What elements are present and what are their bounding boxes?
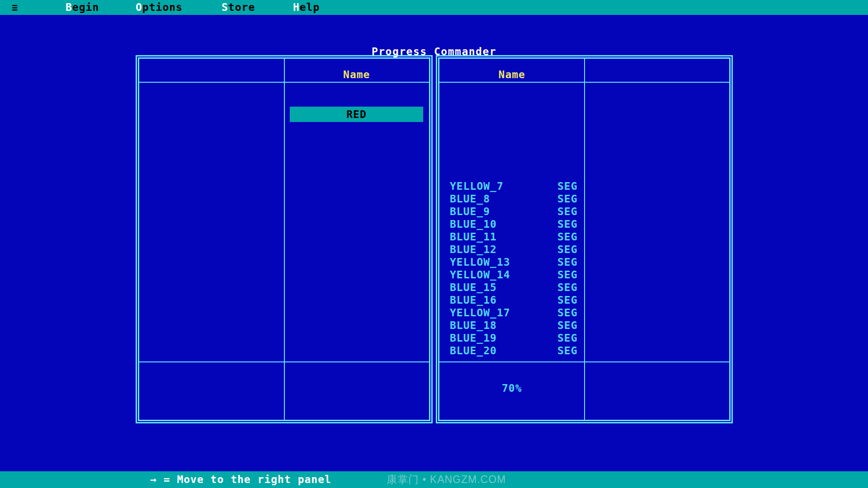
file-ext: SEG	[557, 180, 578, 192]
file-ext: SEG	[557, 268, 578, 281]
file-ext: SEG	[557, 306, 578, 319]
file-row[interactable]: BLUE_19SEG	[439, 332, 585, 344]
file-ext: SEG	[557, 281, 578, 294]
hamburger-menu-icon[interactable]: ≡	[12, 0, 18, 15]
file-row[interactable]: BLUE_12SEG	[439, 243, 585, 256]
file-name: BLUE_20	[450, 345, 497, 357]
file-name: YELLOW_14	[450, 269, 510, 281]
watermark: 康掌门 • KANGZM.COM	[387, 473, 506, 487]
file-ext: SEG	[557, 319, 578, 332]
file-ext: SEG	[557, 344, 578, 357]
menu-hotkey: B	[66, 1, 72, 13]
file-name: BLUE_11	[450, 231, 497, 243]
key-hint-move-right-panel: → = Move to the right panel	[150, 471, 331, 488]
menu-item-store[interactable]: Store	[222, 0, 255, 15]
file-name: BLUE_8	[450, 193, 490, 205]
file-ext: SEG	[557, 205, 578, 218]
file-row[interactable]: BLUE_16SEG	[439, 294, 585, 306]
menu-hotkey: S	[222, 1, 228, 13]
file-row[interactable]: BLUE_11SEG	[439, 230, 585, 243]
file-name: BLUE_19	[450, 332, 497, 344]
file-row[interactable]: BLUE_20SEG	[439, 344, 585, 357]
file-row[interactable]: BLUE_8SEG	[439, 192, 585, 205]
menu-item-begin[interactable]: Begin	[66, 0, 99, 15]
file-ext: SEG	[557, 332, 578, 344]
file-ext: SEG	[557, 218, 578, 230]
file-row[interactable]: BLUE_10SEG	[439, 218, 585, 230]
menu-label: elp	[300, 1, 320, 13]
file-name: YELLOW_13	[450, 256, 510, 268]
file-list: YELLOW_7SEG BLUE_8SEG BLUE_9SEG BLUE_10S…	[439, 180, 585, 357]
file-name: YELLOW_17	[450, 307, 510, 319]
left-panel-footer-line	[139, 361, 429, 362]
file-row[interactable]: BLUE_18SEG	[439, 319, 585, 332]
page-title: Progress Commander	[372, 46, 496, 57]
selected-file-red[interactable]: RED	[290, 107, 423, 122]
file-ext: SEG	[557, 256, 578, 268]
file-row[interactable]: YELLOW_14SEG	[439, 268, 585, 281]
menu-label: ptions	[142, 1, 183, 13]
right-panel-footer-line	[439, 361, 729, 362]
left-panel-name-header: Name	[284, 69, 429, 80]
file-name: BLUE_9	[450, 206, 490, 217]
file-ext: SEG	[557, 243, 578, 256]
right-panel-header-line	[439, 82, 729, 83]
progress-percentage: 70%	[439, 382, 585, 394]
file-name: BLUE_10	[450, 218, 497, 230]
menu-label: tore	[228, 1, 255, 13]
file-name: BLUE_18	[450, 319, 497, 331]
menu-item-help[interactable]: Help	[293, 0, 320, 15]
file-row[interactable]: BLUE_15SEG	[439, 281, 585, 294]
menu-bar: ≡ Begin Options Store Help	[0, 0, 868, 15]
menu-item-options[interactable]: Options	[136, 0, 183, 15]
file-ext: SEG	[557, 230, 578, 243]
left-panel-header-line	[139, 82, 429, 83]
file-ext: SEG	[557, 192, 578, 205]
file-row[interactable]: BLUE_9SEG	[439, 205, 585, 218]
file-row[interactable]: YELLOW_7SEG	[439, 180, 585, 192]
left-panel-column-divider	[284, 59, 285, 420]
right-panel-name-header: Name	[439, 69, 585, 80]
file-name: BLUE_16	[450, 294, 497, 306]
menu-hotkey: O	[136, 1, 142, 13]
file-row[interactable]: YELLOW_13SEG	[439, 256, 585, 268]
file-row[interactable]: YELLOW_17SEG	[439, 306, 585, 319]
menu-hotkey: H	[293, 1, 300, 13]
file-name: YELLOW_7	[450, 180, 504, 192]
file-name: BLUE_12	[450, 244, 497, 255]
left-panel[interactable]: Name RED	[136, 55, 433, 423]
menu-label: egin	[72, 1, 99, 13]
file-name: BLUE_15	[450, 282, 497, 293]
progress-commander-screen: ≡ Begin Options Store Help Progress Comm…	[0, 0, 868, 488]
right-panel[interactable]: Name YELLOW_7SEG BLUE_8SEG BLUE_9SEG BLU…	[436, 55, 733, 423]
file-ext: SEG	[557, 294, 578, 306]
